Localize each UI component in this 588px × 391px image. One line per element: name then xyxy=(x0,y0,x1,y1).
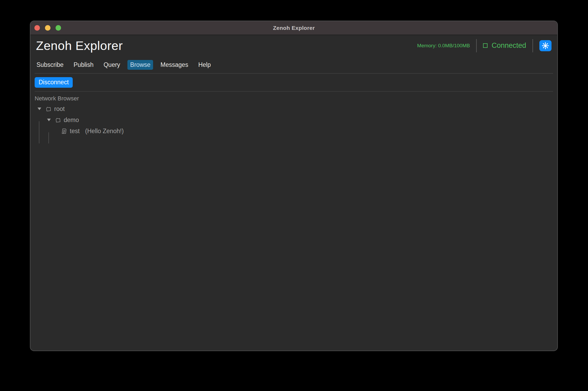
minimize-button[interactable] xyxy=(45,25,50,31)
tree-node-demo[interactable]: demo xyxy=(35,114,557,125)
disconnect-button[interactable]: Disconnect xyxy=(35,77,73,88)
triangle-down-icon[interactable] xyxy=(38,108,41,110)
tab-query[interactable]: Query xyxy=(101,60,123,70)
connection-status: Connected xyxy=(483,41,526,50)
tab-subscribe[interactable]: Subscribe xyxy=(34,60,66,70)
tree-node-test[interactable]: test (Hello Zenoh!) xyxy=(35,125,557,137)
key-tree: root demo xyxy=(35,103,557,137)
header-status-group: Memory: 0.0MB/100MB Connected xyxy=(417,39,552,52)
panel-title: Network Browser xyxy=(35,95,557,102)
tab-browse[interactable]: Browse xyxy=(127,60,153,70)
connection-toolbar: Disconnect xyxy=(35,77,557,88)
square-outline-icon xyxy=(483,43,488,48)
separator xyxy=(35,91,553,92)
vertical-divider xyxy=(476,39,477,52)
triangle-down-icon[interactable] xyxy=(47,119,51,121)
network-browser-panel: Network Browser root xyxy=(35,95,557,137)
tab-messages[interactable]: Messages xyxy=(158,60,191,70)
memory-usage-status: Memory: 0.0MB/100MB xyxy=(417,43,470,49)
folder-icon xyxy=(55,117,61,123)
tree-node-label[interactable]: test xyxy=(70,128,80,135)
tree-indent-guide xyxy=(39,121,39,143)
tree-node-value: (Hello Zenoh!) xyxy=(85,128,124,135)
tree-node-label[interactable]: root xyxy=(54,105,65,113)
folder-icon xyxy=(45,106,52,112)
page-title: Zenoh Explorer xyxy=(36,38,123,53)
close-button[interactable] xyxy=(34,25,40,31)
connection-status-label: Connected xyxy=(491,41,526,50)
document-icon xyxy=(61,128,67,134)
separator xyxy=(35,73,553,74)
tab-bar: Subscribe Publish Query Browse Messages … xyxy=(34,60,557,70)
tab-help[interactable]: Help xyxy=(196,60,213,70)
tree-node-root[interactable]: root xyxy=(35,103,557,114)
sun-icon xyxy=(542,42,549,49)
zoom-button[interactable] xyxy=(56,25,61,31)
header: Zenoh Explorer Memory: 0.0MB/100MB Conne… xyxy=(30,35,557,53)
window-controls xyxy=(34,25,61,31)
app-window: Zenoh Explorer Zenoh Explorer Memory: 0.… xyxy=(30,21,558,351)
titlebar[interactable]: Zenoh Explorer xyxy=(30,21,557,35)
theme-toggle-button[interactable] xyxy=(539,40,552,51)
vertical-divider xyxy=(532,39,533,52)
tab-publish[interactable]: Publish xyxy=(71,60,96,70)
window-title: Zenoh Explorer xyxy=(273,25,315,31)
tree-node-label[interactable]: demo xyxy=(64,117,79,124)
tree-indent-guide xyxy=(48,132,49,143)
